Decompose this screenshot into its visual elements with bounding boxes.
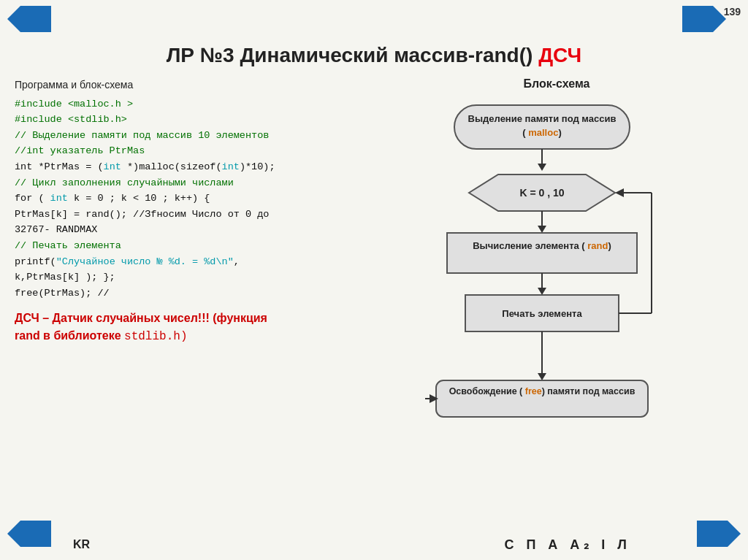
footer-left: KR: [73, 538, 90, 551]
svg-text:(
          malloc): ( malloc): [522, 127, 561, 138]
bottom-note-line2: rand в библиотеке stdlib.h): [15, 327, 351, 345]
svg-rect-9: [447, 233, 637, 273]
flowchart-svg: Выделение памяти под массив ( malloc) K …: [425, 98, 688, 477]
code-line-8: PtrMas[k] = rand(); //Зfносим Число от 0…: [15, 207, 365, 223]
bottom-note-line1: ДСЧ – Датчик случайных чисел!!! (функция: [15, 310, 351, 327]
slide-title: ЛР №3 Динамический массив-rand() ДСЧ: [15, 44, 733, 67]
svg-marker-20: [538, 373, 546, 380]
footer-right: С П А А₂ І Л: [504, 537, 631, 553]
code-line-7: for ( int k = 0 ; k < 10 ; k++) {: [15, 191, 365, 207]
code-line-11: printf("Случайное число № %d. = %d\n",: [15, 254, 365, 270]
next-arrow-top[interactable]: [682, 6, 726, 32]
svg-marker-4: [538, 164, 546, 171]
svg-marker-12: [538, 288, 546, 295]
code-line-3: // Выделение памяти под массив 10 элемен…: [15, 128, 365, 144]
svg-text:Освобождение (
          free): Освобождение ( free) памяти под массив: [449, 386, 636, 396]
prev-arrow-top[interactable]: [7, 6, 51, 32]
code-line-6: // Цикл заполнения случайными числами: [15, 175, 365, 191]
code-line-5: int *PtrMas = (int *)malloc(sizeof(int)*…: [15, 159, 365, 175]
svg-marker-8: [538, 226, 546, 233]
bottom-note: ДСЧ – Датчик случайных чисел!!! (функция…: [15, 310, 351, 345]
right-panel: Блок-схема Выделение памяти под массив (…: [380, 77, 733, 477]
svg-marker-18: [615, 188, 624, 197]
code-line-9: 32767- RANDMAX: [15, 222, 365, 238]
code-line-4: //int указатель PtrMas: [15, 143, 365, 159]
code-line-1: #include <malloc.h >: [15, 96, 365, 112]
bottom-note-mono: stdlib.h): [124, 330, 187, 343]
code-line-13: free(PtrMas); //: [15, 285, 365, 302]
page-number: 139: [724, 6, 741, 18]
code-block: #include <malloc.h > #include <stdlib.h>…: [15, 96, 365, 302]
title-text: ЛР №3 Динамический массив-rand(): [167, 44, 538, 66]
page: 139 ЛР №3 Динамический массив-rand() ДСЧ…: [0, 0, 748, 560]
code-line-2: #include <stdlib.h>: [15, 112, 365, 128]
schema-title: Блок-схема: [524, 77, 590, 91]
title-highlight: ДСЧ: [538, 44, 581, 66]
svg-text:Выделение памяти под массив: Выделение памяти под массив: [468, 113, 617, 124]
svg-text:K = 0 , 10: K = 0 , 10: [519, 187, 564, 199]
code-line-10: // Печать элемента: [15, 238, 365, 254]
content-area: Программа и блок-схема #include <malloc.…: [15, 77, 733, 477]
code-line-12: k,PtrMas[k] ); };: [15, 269, 365, 285]
svg-text:Печать элемента: Печать элемента: [502, 308, 582, 319]
left-panel: Программа и блок-схема #include <malloc.…: [15, 77, 365, 477]
footer: KR С П А А₂ І Л: [0, 537, 748, 553]
intro-text: Программа и блок-схема: [15, 77, 365, 93]
svg-text:Вычисление элемента (
        : Вычисление элемента ( rand): [473, 240, 611, 251]
